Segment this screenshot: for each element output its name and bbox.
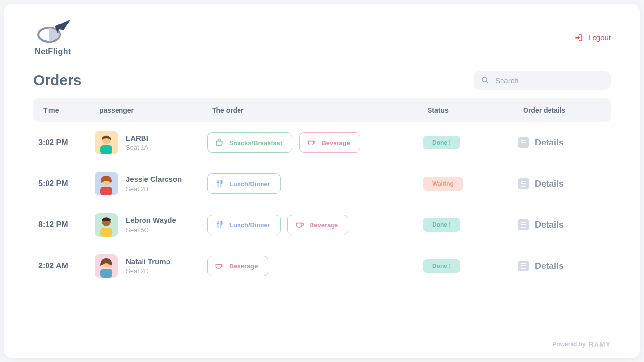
details-button[interactable]: Details — [518, 137, 601, 148]
svg-rect-8 — [100, 228, 112, 237]
avatar — [95, 254, 118, 278]
chip-snacks: Snacks/Breakfast — [207, 132, 292, 153]
svg-rect-10 — [100, 269, 112, 278]
footer-brand: RAMY — [589, 340, 611, 348]
passenger-cell: Lebron Wayde Seat 5C — [95, 213, 207, 237]
search-box[interactable] — [474, 71, 611, 90]
chip-beverage: Beverage — [287, 215, 349, 235]
status-cell: Done ! — [423, 218, 518, 232]
status-cell: Done ! — [423, 136, 518, 149]
time-cell: 5:02 PM — [38, 179, 95, 188]
details-button[interactable]: Details — [518, 261, 601, 271]
time-cell: 3:02 PM — [38, 138, 95, 147]
app-shell: NetFlight Logout Orders Time passenger T… — [4, 4, 640, 358]
passenger-name: LARBI — [126, 134, 148, 142]
passenger-name: Lebron Wayde — [126, 216, 176, 224]
list-icon — [518, 261, 529, 271]
avatar — [95, 213, 118, 237]
passenger-cell: LARBI Seat 1A — [95, 131, 207, 154]
time-cell: 8:12 PM — [38, 220, 95, 229]
col-status: Status — [428, 106, 523, 114]
avatar — [95, 172, 118, 195]
svg-rect-6 — [100, 187, 112, 195]
table-row: 3:02 PM LARBI Seat 1A Snacks/Breakfast B… — [33, 122, 611, 163]
order-cell: Lunch/Dinner Beverage — [207, 215, 423, 235]
table-row: 5:02 PM Jessie Clarcson Seat 2B Lunch/Di… — [33, 163, 611, 204]
passenger-name: Jessie Clarcson — [126, 175, 182, 183]
svg-point-1 — [482, 77, 487, 82]
svg-rect-4 — [100, 145, 112, 154]
fork-knife-icon — [215, 179, 224, 189]
passenger-seat: Seat 5C — [126, 226, 176, 234]
status-cell: Waiting — [423, 177, 518, 191]
passenger-cell: Natali Trump Seat 2D — [95, 254, 207, 278]
table-row: 2:02 AM Natali Trump Seat 2D Beverage Do… — [33, 245, 611, 287]
status-badge-done: Done ! — [423, 259, 460, 273]
status-badge-done: Done ! — [423, 136, 460, 149]
list-icon — [518, 178, 529, 189]
page-title: Orders — [33, 72, 81, 89]
plane-globe-icon — [33, 19, 72, 46]
passenger-name: Natali Trump — [126, 257, 170, 265]
brand-name: NetFlight — [35, 48, 71, 56]
search-input[interactable] — [495, 76, 603, 85]
list-icon — [518, 137, 529, 148]
order-cell: Snacks/Breakfast Beverage — [207, 132, 423, 153]
col-order: The order — [212, 106, 428, 114]
footer: Powered by RAMY — [552, 340, 611, 348]
list-icon — [518, 219, 529, 230]
chip-beverage: Beverage — [207, 256, 268, 276]
header: NetFlight Logout — [33, 19, 611, 56]
table-row: 8:12 PM Lebron Wayde Seat 5C Lunch/Dinne… — [33, 204, 611, 245]
bag-icon — [215, 138, 224, 147]
logout-button[interactable]: Logout — [574, 33, 611, 42]
passenger-cell: Jessie Clarcson Seat 2B — [95, 172, 207, 195]
status-cell: Done ! — [423, 259, 518, 273]
titlebar: Orders — [33, 71, 611, 90]
passenger-seat: Seat 1A — [126, 144, 148, 151]
cup-icon — [307, 138, 316, 147]
powered-by-label: Powered by — [552, 341, 585, 348]
details-button[interactable]: Details — [518, 178, 601, 189]
chip-beverage: Beverage — [299, 132, 360, 153]
status-badge-done: Done ! — [423, 218, 460, 232]
fork-knife-icon — [215, 220, 224, 230]
col-passenger: passenger — [99, 106, 212, 114]
order-cell: Beverage — [207, 256, 423, 276]
logout-icon — [574, 33, 583, 42]
logout-label: Logout — [588, 33, 611, 42]
search-icon — [481, 76, 489, 85]
passenger-seat: Seat 2D — [126, 267, 170, 275]
cup-icon — [215, 261, 224, 271]
chip-lunch: Lunch/Dinner — [207, 173, 281, 194]
col-time: Time — [43, 106, 99, 114]
cup-icon — [295, 220, 305, 230]
passenger-seat: Seat 2B — [126, 185, 182, 193]
col-details: Order details — [523, 106, 601, 114]
svg-line-2 — [486, 81, 488, 83]
order-cell: Lunch/Dinner — [207, 173, 423, 194]
time-cell: 2:02 AM — [38, 262, 95, 270]
table-header: Time passenger The order Status Order de… — [33, 98, 611, 122]
chip-lunch: Lunch/Dinner — [207, 215, 281, 235]
avatar — [95, 131, 118, 154]
status-badge-waiting: Waiting — [423, 177, 463, 191]
logo: NetFlight — [33, 19, 72, 56]
details-button[interactable]: Details — [518, 219, 601, 230]
